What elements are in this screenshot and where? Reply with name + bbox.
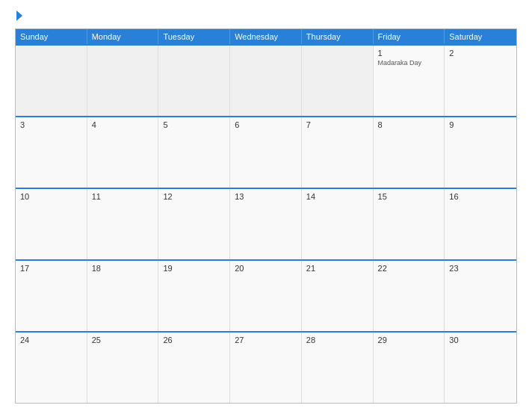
day-number: 1 bbox=[378, 49, 440, 58]
day-number: 18 bbox=[92, 264, 154, 273]
calendar-body: 1Madaraka Day234567891011121314151617181… bbox=[16, 44, 516, 403]
day-number: 26 bbox=[163, 336, 225, 344]
cal-cell: 17 bbox=[16, 261, 87, 331]
day-number: 13 bbox=[235, 192, 297, 201]
header-day-wednesday: Wednesday bbox=[230, 29, 302, 44]
day-number: 20 bbox=[235, 264, 297, 273]
day-number: 11 bbox=[92, 192, 154, 201]
week-row-5: 24252627282930 bbox=[16, 331, 516, 403]
cal-cell: 28 bbox=[302, 333, 374, 403]
cal-cell: 21 bbox=[302, 261, 374, 331]
cal-cell: 24 bbox=[16, 333, 87, 403]
day-number: 2 bbox=[449, 49, 512, 58]
cal-cell: 12 bbox=[158, 189, 230, 259]
cal-cell: 14 bbox=[302, 189, 374, 259]
header-day-monday: Monday bbox=[87, 29, 159, 44]
day-number: 30 bbox=[449, 336, 512, 344]
day-number: 3 bbox=[20, 120, 82, 129]
day-number: 22 bbox=[378, 264, 440, 273]
day-number: 10 bbox=[20, 192, 82, 201]
cal-cell: 4 bbox=[87, 117, 159, 188]
cal-cell bbox=[87, 46, 159, 116]
cal-cell: 22 bbox=[374, 261, 445, 331]
day-number: 17 bbox=[20, 264, 82, 273]
cal-cell: 13 bbox=[230, 189, 302, 259]
cal-cell: 27 bbox=[230, 333, 302, 403]
cal-cell: 25 bbox=[87, 333, 159, 403]
header-day-sunday: Sunday bbox=[16, 29, 87, 44]
cal-cell: 7 bbox=[302, 117, 374, 188]
cal-cell: 10 bbox=[16, 189, 87, 259]
day-number: 12 bbox=[163, 192, 225, 201]
header-day-tuesday: Tuesday bbox=[158, 29, 230, 44]
day-number: 7 bbox=[306, 120, 368, 129]
cal-cell: 8 bbox=[374, 117, 445, 188]
day-number: 8 bbox=[378, 120, 440, 129]
day-number: 24 bbox=[20, 336, 82, 344]
cal-cell: 23 bbox=[445, 261, 516, 331]
day-number: 27 bbox=[235, 336, 297, 344]
logo bbox=[15, 13, 22, 21]
day-number: 4 bbox=[92, 120, 154, 129]
cal-cell bbox=[230, 46, 302, 116]
logo-triangle-icon bbox=[16, 10, 22, 21]
day-number: 5 bbox=[163, 120, 225, 129]
cal-cell: 6 bbox=[230, 117, 302, 188]
cal-cell: 15 bbox=[374, 189, 445, 259]
day-number: 23 bbox=[449, 264, 512, 273]
header bbox=[15, 13, 517, 21]
day-number: 29 bbox=[378, 336, 440, 344]
cal-cell: 11 bbox=[87, 189, 159, 259]
day-number: 28 bbox=[306, 336, 368, 344]
day-number: 9 bbox=[449, 120, 512, 129]
week-row-1: 1Madaraka Day2 bbox=[16, 44, 516, 116]
cal-cell: 18 bbox=[87, 261, 159, 331]
header-day-thursday: Thursday bbox=[302, 29, 374, 44]
cal-cell: 1Madaraka Day bbox=[374, 46, 445, 116]
cal-cell: 30 bbox=[445, 333, 516, 403]
cal-cell: 29 bbox=[374, 333, 445, 403]
cal-cell: 2 bbox=[445, 46, 516, 116]
cal-cell: 3 bbox=[16, 117, 87, 188]
day-number: 15 bbox=[378, 192, 440, 201]
cal-cell: 5 bbox=[158, 117, 230, 188]
cal-cell: 16 bbox=[445, 189, 516, 259]
cal-cell bbox=[16, 46, 87, 116]
day-number: 19 bbox=[163, 264, 225, 273]
calendar-page: SundayMondayTuesdayWednesdayThursdayFrid… bbox=[0, 0, 532, 411]
week-row-2: 3456789 bbox=[16, 116, 516, 188]
calendar-header-row: SundayMondayTuesdayWednesdayThursdayFrid… bbox=[16, 29, 516, 44]
week-row-3: 10111213141516 bbox=[16, 188, 516, 259]
day-number: 16 bbox=[449, 192, 512, 201]
day-number: 14 bbox=[306, 192, 368, 201]
day-number: 21 bbox=[306, 264, 368, 273]
header-day-friday: Friday bbox=[374, 29, 445, 44]
day-number: 6 bbox=[235, 120, 297, 129]
calendar-grid: SundayMondayTuesdayWednesdayThursdayFrid… bbox=[15, 28, 517, 404]
cal-cell bbox=[302, 46, 374, 116]
cal-cell: 9 bbox=[445, 117, 516, 188]
week-row-4: 17181920212223 bbox=[16, 259, 516, 331]
cal-cell: 19 bbox=[158, 261, 230, 331]
holiday-label: Madaraka Day bbox=[378, 59, 440, 67]
header-day-saturday: Saturday bbox=[445, 29, 516, 44]
cal-cell: 26 bbox=[158, 333, 230, 403]
cal-cell bbox=[158, 46, 230, 116]
cal-cell: 20 bbox=[230, 261, 302, 331]
day-number: 25 bbox=[92, 336, 154, 344]
